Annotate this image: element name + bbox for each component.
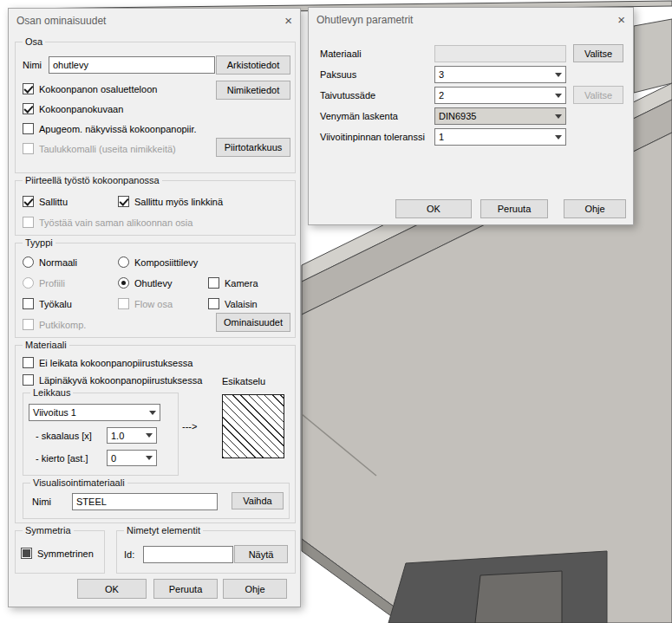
checkbox-label: Symmetrinen [37,548,94,559]
drawing-accuracy-button[interactable]: Piirtotarkkuus [216,138,290,157]
arrow-to-preview: ---> [182,420,197,433]
close-icon[interactable]: × [275,15,292,27]
radio-label: Normaali [39,257,77,268]
checkbox-light[interactable]: Valaisin [208,297,258,310]
scale-label: - skaalaus [x] [36,430,92,443]
checkbox-allowed-as-link[interactable]: Sallittu myös linkkinä [118,195,223,208]
type-properties-button[interactable]: Ominaisuudet [216,313,290,332]
checkbox-transparent-in-assembly-drawing[interactable]: Läpinäkyvä kokoonpanopiirustuksessa [23,373,202,386]
chevron-down-icon [142,428,156,443]
group-feature-machining: Piirteellä työstö kokoonpanossa Sallittu… [15,180,296,236]
checkbox-box [118,196,129,207]
checkbox-allowed[interactable]: Sallittu [23,195,68,208]
bend-radius-label: Taivutussäde [320,89,375,102]
select-bend-radius-button: Valitse [573,86,623,104]
radio-label: Profiili [39,278,65,289]
chevron-down-icon [551,108,565,124]
archive-info-button[interactable]: Arkistotiedot [216,55,290,75]
hatch-scale-select[interactable]: 1.0 [107,427,157,444]
dialog-title-bar[interactable]: Osan ominaisuudet × [9,9,300,32]
elongation-method-value: DIN6935 [435,111,551,121]
select-material-button[interactable]: Valitse [573,44,623,62]
ok-button[interactable]: OK [77,579,147,599]
visualization-material-input[interactable] [72,493,218,510]
checkbox-box [23,143,34,154]
checkbox-label: Työkalu [39,299,72,309]
checkbox-label: Kamera [225,278,258,289]
checkbox-tool[interactable]: Työkalu [23,297,72,310]
checkbox-label: Kokoonpanon osaluetteloon [39,84,157,94]
radio-circle [118,277,129,289]
hatch-pattern-value: Viivoitus 1 [29,407,146,418]
hatch-rotation-select[interactable]: 0 [107,450,157,466]
checkbox-label: Ei leikata kokoonpanopiirustuksessa [39,358,192,368]
hatch-surface-tolerance-select[interactable]: 1 [434,128,566,146]
show-element-button[interactable]: Näytä [234,545,288,563]
model-upper-right-wall [634,19,672,93]
change-material-button[interactable]: Vaihda [232,492,284,509]
ok-button[interactable]: OK [395,199,472,218]
checkbox-assembly-parts-list[interactable]: Kokoonpanon osaluetteloon [23,82,157,95]
group-material-label: Materiaali [23,339,69,352]
dialog-title: Ohutlevyn parametrit [316,14,413,26]
group-visualization-label: Visualisointimateriaali [30,477,127,490]
close-icon[interactable]: × [608,14,625,26]
checkbox-assembly-drawing[interactable]: Kokoonpanokuvaan [23,102,123,115]
radio-composite-plate[interactable]: Komposiittilevy [118,256,198,269]
cancel-button[interactable]: Peruuta [153,579,218,599]
checkbox-label: Työstää vain saman alikoonnan osia [39,217,192,228]
radio-circle [23,277,34,289]
checkbox-camera[interactable]: Kamera [208,276,258,289]
group-named-elements: Nimetyt elementit Id: Näytä [116,530,296,574]
bend-radius-select[interactable]: 2 [434,87,566,104]
checkbox-aux-geometry-visible[interactable]: Apugeom. näkyvissä kokoonpanopiir. [23,122,197,135]
group-section-cut: Leikkaus Viivoitus 1 - skaalaus [x] 1.0 … [23,393,179,476]
preview-label: Esikatselu [222,375,265,388]
group-section-label: Leikkaus [30,386,73,399]
checkbox-no-cut-in-assembly-drawing[interactable]: Ei leikata kokoonpanopiirustuksessa [23,356,192,369]
name-label: Nimi [23,59,42,72]
checkbox-box [23,319,34,330]
part-name-input[interactable] [49,56,215,74]
thickness-value: 3 [435,69,551,80]
group-part: Osa Nimi Arkistotiedot Kokoonpanon osalu… [15,42,296,173]
hatch-pattern-select[interactable]: Viivoitus 1 [29,404,160,421]
item-info-button[interactable]: Nimiketiedot [216,81,290,100]
radio-profile: Profiili [23,276,65,289]
checkbox-box [208,298,219,309]
hatch-rotation-value: 0 [108,453,142,464]
hatch-scale-value: 1.0 [108,431,142,441]
checkbox-label: Taulukkomalli (useita nimikkeitä) [39,144,176,154]
checkbox-box [118,298,129,309]
cancel-button[interactable]: Peruuta [480,199,548,218]
rotation-label: - kierto [ast.] [36,452,88,465]
checkbox-label: Putkikomp. [39,320,86,330]
group-named-elements-label: Nimetyt elementit [124,524,203,537]
radio-sheet-metal[interactable]: Ohutlevy [118,276,172,289]
visualization-name-label: Nimi [32,496,51,509]
help-button[interactable]: Ohje [564,199,626,218]
group-symmetry: Symmetria Symmetrinen [15,530,105,574]
checkbox-symmetric[interactable]: Symmetrinen [21,547,94,560]
element-id-input[interactable] [143,546,233,563]
dialog-title-bar[interactable]: Ohutlevyn parametrit × [309,8,633,31]
thickness-select[interactable]: 3 [434,66,566,83]
group-material: Materiaali Ei leikata kokoonpanopiirustu… [15,345,296,523]
checkbox-label: Sallittu [39,197,68,207]
hatch-surface-tolerance-label: Viivoitinpinnan toleranssi [320,131,425,144]
group-symmetry-label: Symmetria [23,524,74,537]
checkbox-box [23,123,34,134]
model-recess-notch [475,571,562,623]
help-button[interactable]: Ohje [223,579,287,599]
group-visualization-material: Visualisointimateriaali Nimi Vaihda [23,483,290,519]
checkbox-box [208,277,219,289]
id-label: Id: [124,548,134,561]
group-type: Tyyppi Normaali Komposiittilevy Profiili… [15,243,296,338]
part-properties-dialog: Osan ominaisuudet × Osa Nimi Arkistotied… [8,8,301,607]
checkbox-table-model: Taulukkomalli (useita nimikkeitä) [23,142,176,155]
radio-normal[interactable]: Normaali [23,256,77,269]
bend-radius-value: 2 [435,90,551,101]
chevron-down-icon [146,405,160,420]
elongation-method-select[interactable]: DIN6935 [434,107,566,125]
chevron-down-icon [551,67,565,82]
